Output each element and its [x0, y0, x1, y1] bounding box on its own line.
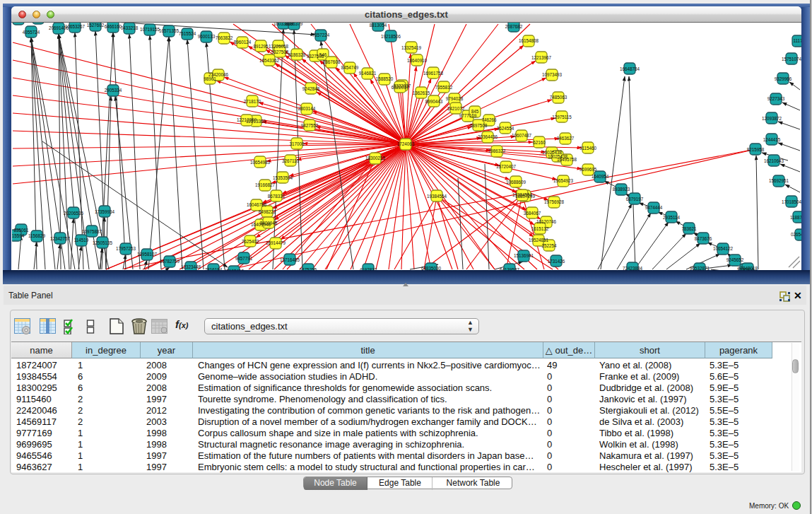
svg-text:8186328: 8186328 [288, 52, 306, 57]
svg-text:1724063: 1724063 [397, 141, 415, 146]
svg-text:15136941: 15136941 [514, 253, 534, 258]
svg-text:10654122: 10654122 [713, 246, 734, 251]
svg-text:19524851: 19524851 [529, 238, 549, 243]
svg-text:19654923: 19654923 [553, 178, 574, 183]
svg-text:8409948: 8409948 [260, 221, 278, 226]
svg-text:9457791: 9457791 [235, 256, 253, 261]
svg-text:13325419: 13325419 [401, 45, 422, 50]
svg-text:6879197: 6879197 [626, 197, 644, 201]
svg-text:19756928: 19756928 [544, 199, 565, 204]
svg-text:10688609: 10688609 [506, 180, 526, 185]
svg-text:16914479: 16914479 [266, 240, 286, 245]
svg-text:9245652: 9245652 [726, 257, 744, 262]
svg-text:16210643: 16210643 [764, 158, 784, 163]
svg-text:3684067: 3684067 [524, 211, 541, 216]
svg-text:16648784: 16648784 [620, 66, 640, 71]
svg-text:9699695: 9699695 [579, 167, 597, 172]
svg-text:1421072: 1421072 [447, 106, 465, 111]
svg-text:9600133: 9600133 [198, 34, 216, 39]
svg-text:7663822: 7663822 [216, 35, 233, 40]
svg-text:10975887: 10975887 [82, 229, 102, 234]
svg-text:98901: 98901 [204, 76, 216, 81]
svg-text:7485063: 7485063 [550, 95, 567, 100]
svg-text:12093872: 12093872 [762, 116, 782, 121]
svg-text:3624554: 3624554 [497, 126, 514, 131]
svg-text:15720407: 15720407 [496, 164, 517, 169]
svg-text:8215958: 8215958 [747, 147, 765, 152]
svg-text:8813054: 8813054 [370, 23, 387, 28]
svg-text:9327508: 9327508 [271, 49, 289, 54]
svg-text:10973493: 10973493 [542, 72, 563, 77]
svg-text:15751074: 15751074 [782, 57, 801, 62]
svg-text:16154808: 16154808 [519, 38, 539, 43]
svg-text:12213967: 12213967 [531, 55, 552, 60]
svg-text:8678331: 8678331 [268, 194, 286, 199]
svg-text:16495758: 16495758 [557, 157, 577, 162]
svg-text:9242848: 9242848 [302, 86, 320, 91]
svg-text:1640954: 1640954 [592, 174, 609, 179]
svg-text:546: 546 [319, 52, 327, 57]
svg-text:891295: 891295 [253, 44, 269, 49]
svg-text:16961758: 16961758 [423, 71, 444, 76]
svg-text:9146821: 9146821 [359, 71, 377, 76]
svg-text:17018504: 17018504 [782, 199, 801, 204]
svg-text:9227343: 9227343 [767, 96, 785, 101]
svg-text:19218506: 19218506 [381, 34, 401, 39]
svg-text:20206535: 20206535 [64, 211, 84, 216]
svg-text:9777169: 9777169 [459, 113, 477, 118]
svg-text:12323448: 12323448 [181, 264, 201, 269]
svg-text:6897508: 6897508 [470, 123, 488, 128]
svg-text:17359934: 17359934 [95, 209, 115, 214]
svg-text:2803144: 2803144 [298, 106, 316, 111]
svg-text:9115460: 9115460 [579, 146, 597, 151]
svg-text:15716485: 15716485 [280, 257, 300, 262]
svg-text:16571355: 16571355 [159, 28, 180, 33]
svg-text:23420046: 23420046 [208, 72, 229, 77]
svg-text:7515524: 7515524 [179, 31, 196, 36]
svg-text:0433218: 0433218 [121, 25, 139, 30]
svg-text:9427552: 9427552 [301, 123, 319, 128]
svg-text:1588520: 1588520 [376, 76, 394, 81]
svg-text:783621: 783621 [681, 226, 697, 231]
svg-text:10654983: 10654983 [250, 160, 271, 165]
svg-text:2087682: 2087682 [505, 24, 523, 29]
svg-text:4055724: 4055724 [23, 30, 40, 35]
svg-text:19384554: 19384554 [512, 192, 533, 197]
svg-text:16782759: 16782759 [160, 259, 180, 264]
svg-text:317006: 317006 [289, 141, 305, 146]
svg-text:8938923: 8938923 [613, 187, 630, 192]
svg-text:8990443: 8990443 [425, 99, 443, 104]
svg-text:19384554: 19384554 [427, 194, 447, 199]
svg-text:12505135: 12505135 [93, 240, 113, 245]
svg-text:6466160: 6466160 [105, 24, 122, 29]
svg-text:3267110: 3267110 [282, 158, 300, 163]
svg-text:1156829: 1156829 [28, 233, 46, 238]
svg-text:845: 845 [471, 109, 479, 114]
svg-text:10958107: 10958107 [137, 252, 158, 257]
svg-text:2935114: 2935114 [663, 215, 681, 220]
svg-text:20364436: 20364436 [478, 134, 498, 139]
svg-text:16120746: 16120746 [536, 219, 557, 224]
svg-text:2718170: 2718170 [244, 99, 261, 104]
svg-text:17957253: 17957253 [116, 246, 136, 251]
svg-text:6322037: 6322037 [392, 85, 409, 90]
svg-text:1615594: 1615594 [12, 233, 25, 238]
svg-text:1188753: 1188753 [790, 215, 801, 220]
svg-text:02654235: 02654235 [791, 232, 801, 237]
svg-text:18640910: 18640910 [407, 58, 428, 63]
svg-text:1244415: 1244415 [763, 137, 781, 142]
svg-text:10607487: 10607487 [512, 133, 532, 138]
svg-text:835061: 835061 [13, 228, 29, 233]
svg-text:746266: 746266 [481, 117, 497, 122]
svg-text:7986322: 7986322 [488, 148, 506, 153]
svg-text:1615132: 1615132 [531, 226, 549, 231]
svg-text:2867608: 2867608 [323, 59, 341, 64]
svg-text:13226058: 13226058 [269, 44, 289, 49]
svg-text:8960124: 8960124 [234, 40, 252, 45]
svg-text:62160: 62160 [533, 140, 546, 145]
svg-text:8473676: 8473676 [695, 236, 712, 241]
svg-text:114519: 114519 [74, 238, 89, 243]
svg-text:7357224: 7357224 [312, 33, 330, 37]
svg-text:16046786: 16046786 [247, 202, 267, 207]
svg-text:9794028: 9794028 [446, 96, 464, 101]
